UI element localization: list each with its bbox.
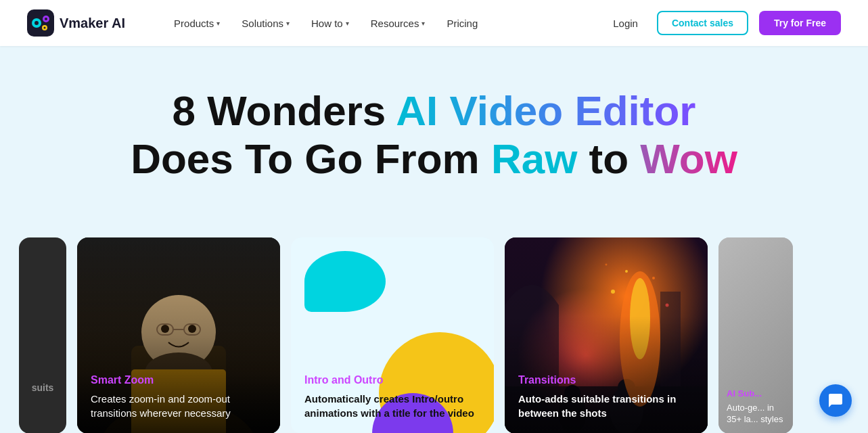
resources-chevron-icon: ▾ (421, 20, 425, 27)
smart-zoom-card[interactable]: Smart Zoom Creates zoom-in and zoom-out … (77, 237, 280, 433)
cards-row: suits Smart Zoom (0, 237, 868, 433)
svg-point-2 (35, 21, 39, 25)
hero-wow-text: Wow (640, 135, 737, 182)
partial-left-label: suits (19, 382, 66, 393)
partial-right-label: AI Sub... (727, 388, 785, 398)
nav-right: Login Contact sales Try for Free (605, 11, 841, 35)
hero-line2: Does To Go From Raw to Wow (131, 135, 737, 182)
transitions-desc: Auto-adds suitable transitions in betwee… (518, 392, 694, 420)
nav-item-solutions[interactable]: Solutions ▾ (233, 12, 298, 35)
smart-zoom-content: Smart Zoom Creates zoom-in and zoom-out … (77, 361, 280, 433)
smart-zoom-label: Smart Zoom (91, 374, 267, 386)
products-chevron-icon: ▾ (216, 20, 220, 27)
nav-item-products[interactable]: Products ▾ (166, 12, 228, 35)
nav-item-howto[interactable]: How to ▾ (303, 12, 357, 35)
smart-zoom-desc: Creates zoom-in and zoom-out transitions… (91, 392, 267, 420)
hero-line1: 8 Wonders AI Video Editor (173, 87, 696, 134)
svg-point-4 (45, 18, 47, 20)
transitions-card[interactable]: Transitions Auto-adds suitable transitio… (505, 237, 708, 433)
howto-chevron-icon: ▾ (346, 20, 349, 27)
speech-bubble-decoration (304, 251, 386, 312)
logo[interactable]: Vmaker AI (27, 9, 125, 37)
logo-label: Vmaker AI (60, 16, 125, 31)
transitions-content: Transitions Auto-adds suitable transitio… (505, 361, 708, 433)
solutions-chevron-icon: ▾ (286, 20, 290, 27)
nav-item-pricing[interactable]: Pricing (438, 12, 486, 35)
logo-icon (27, 9, 54, 37)
try-free-button[interactable]: Try for Free (759, 11, 841, 35)
navbar: Vmaker AI Products ▾ Solutions ▾ How to … (0, 0, 868, 46)
hero-section: 8 Wonders AI Video Editor Does To Go Fro… (0, 46, 868, 237)
transitions-label: Transitions (518, 374, 694, 386)
intro-outro-label: Intro and Outro (304, 374, 480, 386)
hero-raw-text: Raw (491, 135, 577, 182)
partial-right-content: AI Sub... Auto-ge... in 35+ la... styles (718, 380, 793, 433)
chat-widget[interactable] (819, 384, 852, 417)
intro-outro-desc: Automatically creates Intro/outro animat… (304, 392, 480, 420)
hero-title: 8 Wonders AI Video Editor Does To Go Fro… (130, 87, 739, 183)
nav-item-resources[interactable]: Resources ▾ (363, 12, 434, 35)
partial-right-desc: Auto-ge... in 35+ la... styles (727, 403, 785, 426)
login-button[interactable]: Login (605, 12, 646, 35)
intro-outro-card[interactable]: Intro and Outro Automatically creates In… (291, 237, 494, 433)
hero-gradient-text: AI Video Editor (396, 87, 695, 134)
nav-links: Products ▾ Solutions ▾ How to ▾ Resource… (166, 12, 605, 35)
partial-right-card: AI Sub... Auto-ge... in 35+ la... styles (718, 237, 793, 433)
contact-sales-button[interactable]: Contact sales (657, 11, 748, 35)
partial-left-card: suits (19, 237, 66, 433)
intro-outro-content: Intro and Outro Automatically creates In… (291, 361, 494, 433)
chat-icon (827, 392, 844, 409)
svg-point-6 (44, 27, 46, 29)
